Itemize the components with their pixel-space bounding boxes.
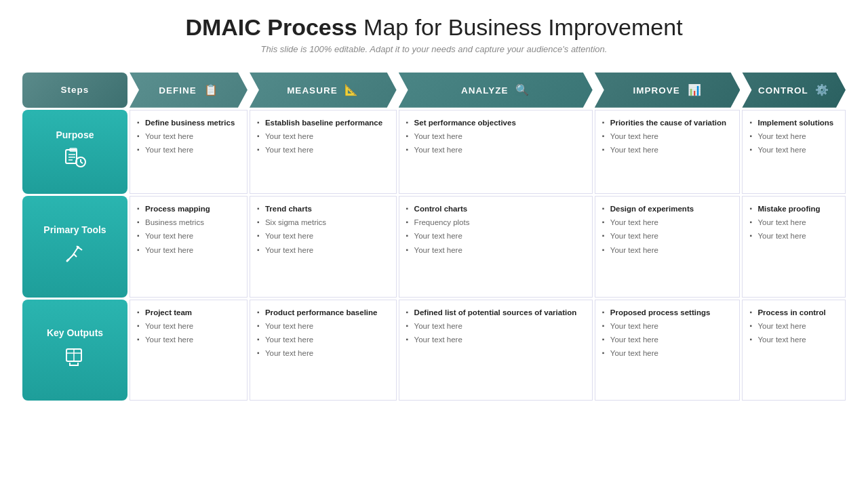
list-item: Your text here	[749, 129, 838, 143]
subtitle: This slide is 100% editable. Adapt it to…	[185, 44, 682, 54]
data-cell-r1-c2: Control chartsFrequency plotsYour text h…	[399, 196, 593, 297]
list-item: Priorities the cause of variation	[602, 116, 733, 129]
control-icon: ⚙️	[815, 83, 829, 96]
list-item: Your text here	[406, 143, 585, 157]
data-cell-r1-c0: Process mappingBusiness metricsYour text…	[130, 196, 248, 297]
control-header: CONTROL ⚙️	[742, 73, 846, 108]
row-icon-2	[26, 344, 124, 372]
list-item: Your text here	[406, 333, 585, 346]
list-item: Project team	[137, 306, 240, 319]
list-item: Design of experiments	[602, 202, 733, 216]
list-item: Your text here	[749, 229, 838, 243]
list-item: Define business metrics	[137, 116, 240, 129]
row-label-text-1: Primary Tools	[43, 224, 106, 235]
list-item: Your text here	[602, 129, 733, 143]
list-item: Your text here	[406, 319, 585, 333]
data-cell-r2-c1: Product performance baselineYour text he…	[250, 300, 397, 401]
title-bold: DMAIC Process	[185, 14, 357, 40]
row-label-0: Purpose	[22, 110, 127, 194]
row-label-text-2: Key Outputs	[47, 327, 103, 338]
row-1: Primary ToolsProcess mappingBusiness met…	[22, 196, 846, 297]
list-item: Your text here	[137, 129, 240, 143]
data-cell-r2-c4: Process in controlYour text hereYour tex…	[742, 300, 846, 401]
data-cell-r2-c3: Proposed process settingsYour text hereY…	[595, 300, 741, 401]
list-item: Your text here	[602, 229, 733, 243]
list-item: Defined list of potential sources of var…	[406, 306, 585, 319]
header-row: Steps DEFINE 📋 MEASURE 📐 ANALYZE 🔍 IMPRO…	[22, 73, 846, 108]
list-item: Establish baseline performance	[257, 116, 389, 129]
list-item: Your text here	[406, 229, 585, 243]
list-item: Your text here	[137, 319, 240, 333]
list-item: Product performance baseline	[257, 306, 389, 319]
table-wrapper: Steps DEFINE 📋 MEASURE 📐 ANALYZE 🔍 IMPRO…	[20, 70, 848, 478]
list-item: Your text here	[602, 216, 733, 229]
list-item: Your text here	[257, 243, 389, 257]
improve-icon: 📊	[688, 83, 702, 96]
list-item: Your text here	[257, 333, 389, 346]
list-item: Mistake proofing	[749, 202, 838, 216]
define-header: DEFINE 📋	[130, 73, 248, 108]
list-item: Your text here	[137, 143, 240, 157]
list-item: Your text here	[749, 333, 838, 346]
list-item: Your text here	[749, 319, 838, 333]
list-item: Process mapping	[137, 202, 240, 216]
data-cell-r0-c0: Define business metricsYour text hereYou…	[130, 110, 248, 194]
row-label-2: Key Outputs	[22, 300, 127, 401]
list-item: Your text here	[602, 346, 733, 360]
list-item: Your text here	[257, 319, 389, 333]
svg-line-9	[74, 254, 77, 257]
list-item: Six sigma metrics	[257, 216, 389, 229]
title-area: DMAIC Process Map for Business Improveme…	[185, 14, 682, 54]
list-item: Your text here	[137, 243, 240, 257]
svg-line-7	[81, 162, 83, 163]
list-item: Your text here	[602, 243, 733, 257]
list-item: Your text here	[406, 243, 585, 257]
list-item: Your text here	[137, 229, 240, 243]
list-item: Your text here	[749, 216, 838, 229]
data-cell-r0-c4: Implement solutionsYour text hereYour te…	[742, 110, 846, 194]
list-item: Your text here	[749, 143, 838, 157]
measure-icon: 📐	[344, 83, 359, 96]
table-body: PurposeDefine business metricsYour text …	[22, 110, 846, 401]
data-cell-r1-c3: Design of experimentsYour text hereYour …	[595, 196, 741, 297]
list-item: Your text here	[137, 333, 240, 346]
steps-header: Steps	[22, 73, 127, 108]
data-cell-r2-c0: Project teamYour text hereYour text here	[130, 300, 248, 401]
title-regular: Map for Business Improvement	[357, 14, 683, 40]
list-item: Your text here	[257, 143, 389, 157]
main-title: DMAIC Process Map for Business Improveme…	[185, 14, 682, 41]
list-item: Your text here	[257, 346, 389, 360]
data-cell-r1-c1: Trend chartsSix sigma metricsYour text h…	[250, 196, 397, 297]
list-item: Process in control	[749, 306, 838, 319]
list-item: Your text here	[602, 143, 733, 157]
dmaic-table: Steps DEFINE 📋 MEASURE 📐 ANALYZE 🔍 IMPRO…	[20, 70, 848, 403]
list-item: Your text here	[257, 229, 389, 243]
list-item: Your text here	[602, 333, 733, 346]
analyze-icon: 🔍	[515, 83, 530, 96]
data-cell-r0-c2: Set performance objectivesYour text here…	[399, 110, 593, 194]
row-0: PurposeDefine business metricsYour text …	[22, 110, 846, 194]
row-label-1: Primary Tools	[22, 196, 127, 297]
data-cell-r0-c1: Establish baseline performanceYour text …	[250, 110, 397, 194]
list-item: Proposed process settings	[602, 306, 733, 319]
define-icon: 📋	[204, 83, 218, 96]
data-cell-r1-c4: Mistake proofingYour text hereYour text …	[742, 196, 846, 297]
row-icon-0	[26, 146, 124, 174]
list-item: Your text here	[406, 129, 585, 143]
measure-header: MEASURE 📐	[250, 73, 397, 108]
data-cell-r0-c3: Priorities the cause of variationYour te…	[595, 110, 741, 194]
page: DMAIC Process Map for Business Improveme…	[0, 0, 868, 488]
improve-header: IMPROVE 📊	[595, 73, 741, 108]
row-label-text-0: Purpose	[56, 129, 94, 140]
svg-line-13	[73, 247, 78, 256]
list-item: Business metrics	[137, 216, 240, 229]
svg-line-10	[67, 260, 68, 261]
list-item: Trend charts	[257, 202, 389, 216]
list-item: Frequency plots	[406, 216, 585, 229]
list-item: Set performance objectives	[406, 116, 585, 129]
analyze-header: ANALYZE 🔍	[399, 73, 593, 108]
list-item: Your text here	[602, 319, 733, 333]
svg-rect-0	[66, 150, 77, 163]
list-item: Control charts	[406, 202, 585, 216]
row-icon-1	[26, 241, 124, 269]
